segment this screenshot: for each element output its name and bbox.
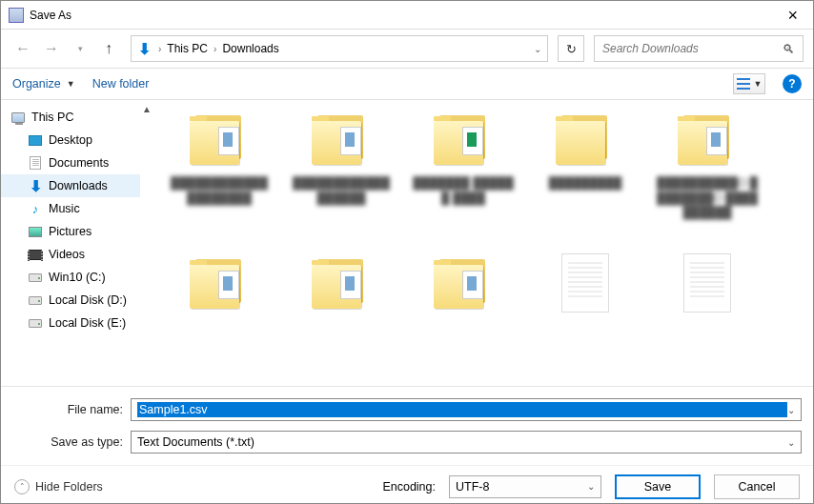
address-dropdown-icon[interactable]: ⌄: [532, 44, 543, 54]
navigation-bar: ← → ▾ ↑ ⬇ › This PC › Downloads ⌄ ↻ 🔍︎: [1, 30, 813, 68]
files-grid: ████████████ ████████ ████████████ █████…: [167, 110, 800, 320]
app-icon: [9, 8, 24, 23]
folder-item[interactable]: [411, 253, 516, 320]
action-bar: ˄ Hide Folders Encoding: UTF-8 ⌄ Save Ca…: [1, 465, 813, 504]
chevron-down-icon[interactable]: ⌄: [787, 405, 795, 415]
title-bar: Save As ×: [1, 1, 813, 30]
drive-icon: [28, 292, 43, 308]
filename-label: File name:: [12, 403, 131, 416]
tree-drive-c[interactable]: Win10 (C:): [1, 266, 140, 289]
folder-item[interactable]: [289, 253, 394, 320]
pc-icon: [10, 110, 26, 125]
forward-button: →: [39, 36, 64, 61]
tree-music[interactable]: ♪Music: [1, 197, 140, 220]
chevron-up-icon: ˄: [14, 479, 30, 494]
folder-item[interactable]: ███████ ██████ ████: [411, 110, 516, 221]
tree-documents[interactable]: Documents: [1, 151, 140, 174]
file-item[interactable]: [655, 253, 760, 320]
folder-item[interactable]: ████████████ ████████: [167, 110, 272, 221]
navigation-tree: This PC Desktop Documents ⬇Downloads ♪Mu…: [1, 100, 140, 386]
savetype-label: Save as type:: [12, 435, 131, 449]
back-button[interactable]: ←: [10, 36, 35, 61]
savetype-value: Text Documents (*.txt): [137, 435, 787, 449]
filename-input[interactable]: Sample1.csv ⌄: [131, 398, 802, 421]
tree-drive-d[interactable]: Local Disk (D:): [1, 289, 140, 312]
tree-drive-e[interactable]: Local Disk (E:): [1, 312, 140, 334]
view-options-button[interactable]: ▼: [733, 73, 765, 94]
file-item[interactable]: [533, 253, 638, 320]
download-arrow-icon: ⬇: [28, 178, 43, 193]
tree-scrollbar[interactable]: ▲: [140, 100, 153, 386]
organize-button[interactable]: Organize▼: [12, 77, 75, 91]
desktop-icon: [28, 132, 43, 148]
chevron-down-icon: ▼: [67, 79, 75, 89]
tree-videos[interactable]: Videos: [1, 243, 140, 266]
up-button[interactable]: ↑: [96, 36, 121, 61]
refresh-button[interactable]: ↻: [558, 35, 584, 62]
tree-downloads[interactable]: ⬇Downloads: [1, 174, 140, 197]
music-icon: ♪: [28, 201, 43, 216]
encoding-select[interactable]: UTF-8 ⌄: [449, 475, 601, 498]
breadcrumb-thispc[interactable]: This PC: [163, 42, 212, 55]
folder-item[interactable]: █████████: [533, 110, 638, 221]
cancel-button[interactable]: Cancel: [714, 474, 800, 499]
chevron-down-icon: ▼: [754, 79, 763, 89]
breadcrumb-downloads[interactable]: Downloads: [218, 42, 282, 55]
chevron-down-icon[interactable]: ⌄: [587, 481, 595, 492]
filename-value[interactable]: Sample1.csv: [137, 402, 787, 417]
download-arrow-icon: ⬇: [135, 40, 153, 57]
tree-this-pc[interactable]: This PC: [1, 106, 140, 129]
close-button[interactable]: ×: [780, 7, 805, 24]
address-bar[interactable]: ⬇ › This PC › Downloads ⌄: [131, 35, 548, 62]
document-icon: [28, 155, 43, 171]
search-box[interactable]: 🔍︎: [594, 35, 804, 62]
hide-folders-button[interactable]: ˄ Hide Folders: [14, 479, 103, 494]
search-icon[interactable]: 🔍︎: [783, 42, 795, 56]
breadcrumb-sep-icon: ›: [156, 44, 163, 54]
folder-item[interactable]: [167, 253, 272, 320]
picture-icon: [28, 224, 43, 239]
folder-item[interactable]: ████████████ ██████: [289, 110, 394, 221]
drive-icon: [28, 270, 43, 285]
view-icon: [737, 78, 750, 90]
video-icon: [28, 247, 43, 262]
command-bar: Organize▼ New folder ▼ ?: [1, 68, 813, 100]
drive-icon: [28, 315, 43, 331]
files-panel[interactable]: ████████████ ████████ ████████████ █████…: [153, 100, 813, 386]
search-input[interactable]: [602, 42, 783, 55]
savetype-select[interactable]: Text Documents (*.txt) ⌄: [131, 431, 802, 454]
new-folder-button[interactable]: New folder: [92, 77, 150, 91]
folder-item[interactable]: ██████████O ████████O ██████████: [655, 110, 760, 221]
save-button[interactable]: Save: [615, 474, 701, 499]
tree-desktop[interactable]: Desktop: [1, 129, 140, 151]
main-area: This PC Desktop Documents ⬇Downloads ♪Mu…: [1, 100, 813, 386]
save-form: File name: Sample1.csv ⌄ Save as type: T…: [1, 386, 813, 465]
encoding-label: Encoding:: [382, 480, 436, 494]
recent-dropdown[interactable]: ▾: [68, 36, 92, 61]
chevron-down-icon[interactable]: ⌄: [787, 437, 795, 448]
tree-pictures[interactable]: Pictures: [1, 220, 140, 243]
help-button[interactable]: ?: [783, 74, 802, 93]
window-title: Save As: [30, 9, 780, 22]
breadcrumb-sep-icon: ›: [212, 44, 218, 54]
